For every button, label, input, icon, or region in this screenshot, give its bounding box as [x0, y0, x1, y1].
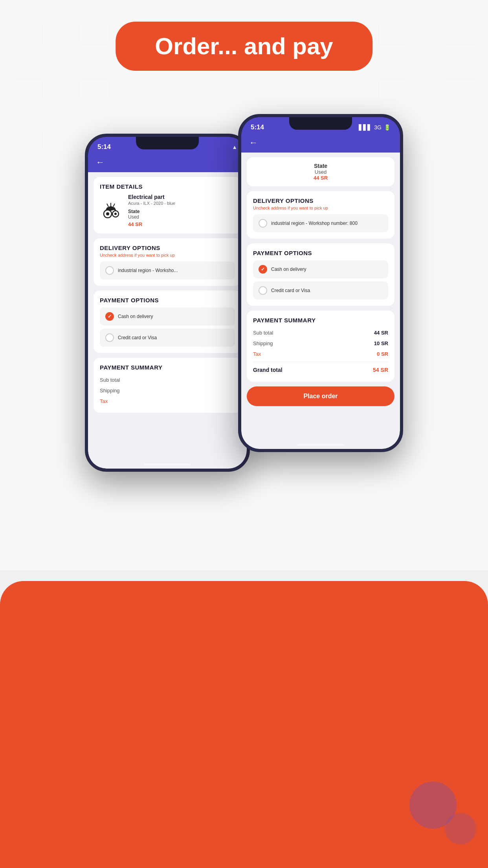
item-state-label: State — [128, 209, 235, 214]
item-state-value: Used — [128, 214, 235, 220]
network-type: 3G — [374, 124, 382, 131]
phone-1-home-indicator — [144, 463, 191, 465]
phone-2-content: State Used 44 SR DELIVERY OPTIONS Unchec… — [241, 153, 400, 449]
partial-state-card: State Used 44 SR — [247, 157, 394, 186]
phone-2-screen: 5:14 ▋▋▋ 3G 🔋 ← State Used 44 SR — [241, 117, 400, 449]
partial-state-value: Used — [253, 169, 388, 175]
phone-2-home-indicator — [297, 444, 344, 446]
tax-row-2: Tax 0 SR — [253, 349, 388, 359]
payment-title: PAYMENT OPTIONS — [100, 297, 235, 303]
place-order-label: Place order — [303, 393, 338, 399]
shipping-row-2: Shipping 10 SR — [253, 338, 388, 349]
delivery-option-row-2[interactable]: industrial region - Workshop number: 800 — [253, 214, 388, 232]
header-banner: Order... and pay — [116, 22, 372, 71]
subtotal-value-2: 44 SR — [374, 330, 388, 336]
partial-price: 44 SR — [253, 175, 388, 181]
phone-2-nav: ← — [241, 134, 400, 153]
partial-state-label: State — [253, 163, 388, 169]
delivery-radio[interactable] — [105, 266, 114, 275]
cash-option-row[interactable]: Cash on delivery — [100, 307, 235, 326]
back-arrow-icon[interactable]: ← — [96, 157, 105, 167]
item-details-title: ITEM DETAILS — [100, 183, 235, 190]
credit-option-row[interactable]: Credit card or Visa — [100, 329, 235, 347]
grand-total-row: Grand total 54 SR — [253, 364, 388, 375]
svg-line-5 — [107, 204, 108, 207]
signal-icon: ▲ — [232, 144, 237, 150]
tax-label-2: Tax — [253, 351, 261, 357]
item-details-card: ITEM DETAILS — [94, 177, 241, 234]
phones-container: 5:14 ▲ ← ITEM DETAILS — [0, 114, 488, 472]
phone-1-nav: ← — [88, 154, 247, 172]
delivery-options-card: DELIVERY OPTIONS Uncheck address if you … — [94, 238, 241, 286]
phone-1-time: 5:14 — [97, 143, 111, 151]
phone-1-status-icons: ▲ — [232, 144, 237, 150]
shipping-label-2: Shipping — [253, 340, 273, 346]
payment-summary-card: PAYMENT SUMMARY Sub total Shipping Tax — [94, 358, 241, 413]
background-bottom — [0, 581, 488, 868]
subtotal-row: Sub total — [100, 375, 235, 385]
payment-options-card-2: PAYMENT OPTIONS Cash on delivery Credit … — [247, 243, 394, 306]
subtotal-label-2: Sub total — [253, 330, 273, 336]
shipping-value-2: 10 SR — [374, 340, 388, 346]
delivery-radio-2[interactable] — [259, 219, 267, 228]
delivery-option-text-2: industrial region - Workshop number: 800 — [271, 221, 358, 226]
cash-option-text: Cash on delivery — [118, 314, 153, 319]
credit-option-row-2[interactable]: Credit card or Visa — [253, 281, 388, 300]
phone-1-notch — [136, 137, 199, 149]
phone-2-status-icons: ▋▋▋ 3G 🔋 — [359, 124, 391, 131]
phone-1: 5:14 ▲ ← ITEM DETAILS — [85, 134, 250, 472]
item-row: Electrical part Acura - ILX - 2020 - blu… — [100, 194, 235, 227]
delivery-option-row[interactable]: industrial region - Worksho... — [100, 261, 235, 280]
header-title: Order... and pay — [155, 33, 333, 60]
tax-row: Tax — [100, 396, 235, 406]
credit-option-text: Credit card or Visa — [118, 335, 157, 340]
delivery-title: DELIVERY OPTIONS — [100, 245, 235, 251]
item-info: Electrical part Acura - ILX - 2020 - blu… — [128, 194, 235, 227]
item-price: 44 SR — [128, 221, 235, 227]
cash-option-text-2: Cash on delivery — [271, 267, 306, 272]
tax-value-2: 0 SR — [377, 351, 388, 357]
back-arrow-2-icon[interactable]: ← — [249, 138, 258, 148]
grand-total-label: Grand total — [253, 367, 283, 373]
payment-options-card: PAYMENT OPTIONS Cash on delivery Credit … — [94, 291, 241, 353]
svg-point-3 — [114, 213, 117, 215]
subtotal-label: Sub total — [100, 377, 120, 383]
delivery-subtitle: Uncheck address if you want to pick up — [100, 253, 235, 257]
shipping-row: Shipping — [100, 385, 235, 396]
phone-1-screen: 5:14 ▲ ← ITEM DETAILS — [88, 137, 247, 469]
credit-option-text-2: Credit card or Visa — [271, 288, 310, 293]
cash-radio[interactable] — [105, 312, 114, 321]
item-name: Electrical part — [128, 194, 235, 200]
phone-1-content: ITEM DETAILS — [88, 172, 247, 469]
grand-total-value: 54 SR — [373, 367, 388, 373]
signal-bars-icon: ▋▋▋ — [359, 124, 372, 131]
place-order-button[interactable]: Place order — [247, 386, 394, 406]
payment-summary-card-2: PAYMENT SUMMARY Sub total 44 SR Shipping… — [247, 311, 394, 382]
phone-2-notch — [289, 117, 352, 130]
cash-radio-2[interactable] — [259, 265, 267, 274]
item-image — [100, 199, 123, 223]
credit-radio-2[interactable] — [259, 286, 267, 295]
delivery-subtitle-2: Uncheck address if you want to pick up — [253, 206, 388, 210]
item-desc: Acura - ILX - 2020 - blue — [128, 201, 235, 206]
shipping-label: Shipping — [100, 388, 120, 394]
payment-title-2: PAYMENT OPTIONS — [253, 250, 388, 256]
svg-line-6 — [113, 204, 115, 207]
svg-point-1 — [106, 212, 109, 215]
subtotal-row-2: Sub total 44 SR — [253, 327, 388, 338]
summary-divider — [253, 362, 388, 362]
battery-icon: 🔋 — [384, 124, 391, 131]
phone-2: 5:14 ▋▋▋ 3G 🔋 ← State Used 44 SR — [238, 114, 403, 452]
summary-title: PAYMENT SUMMARY — [100, 364, 235, 371]
tax-label: Tax — [100, 398, 108, 404]
accent-circle-2 — [445, 813, 476, 844]
delivery-title-2: DELIVERY OPTIONS — [253, 197, 388, 204]
credit-radio[interactable] — [105, 333, 114, 342]
phone-2-time: 5:14 — [251, 123, 264, 131]
cash-option-row-2[interactable]: Cash on delivery — [253, 260, 388, 278]
delivery-option-text: industrial region - Worksho... — [118, 268, 178, 273]
summary-title-2: PAYMENT SUMMARY — [253, 317, 388, 324]
delivery-options-card-2: DELIVERY OPTIONS Uncheck address if you … — [247, 191, 394, 239]
